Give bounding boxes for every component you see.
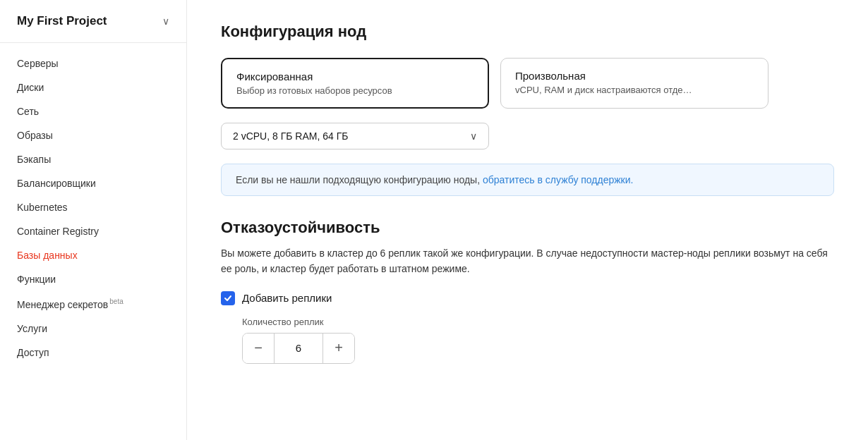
config-card-custom[interactable]: Произвольная vCPU, RAM и диск настраиваю… (500, 58, 768, 109)
sidebar-item-network[interactable]: Сеть (0, 99, 186, 123)
info-box: Если вы не нашли подходящую конфигурацию… (221, 164, 834, 196)
sidebar-item-balancers[interactable]: Балансировщики (0, 171, 186, 195)
replica-count-label: Количество реплик (242, 317, 834, 327)
sidebar-item-kubernetes[interactable]: Kubernetes (0, 195, 186, 219)
config-card-fixed-title: Фиксированная (236, 71, 474, 82)
sidebar-item-disks[interactable]: Диски (0, 75, 186, 99)
sidebar-item-access[interactable]: Доступ (0, 341, 186, 365)
add-replicas-row[interactable]: Добавить реплики (221, 291, 834, 305)
fault-description: Вы можете добавить в кластер до 6 реплик… (221, 245, 834, 277)
sidebar-item-label-balancers: Балансировщики (17, 178, 96, 189)
sidebar-item-servers[interactable]: Серверы (0, 51, 186, 75)
replica-stepper: − 6 + (242, 333, 355, 364)
sidebar-item-databases[interactable]: Базы данных (0, 243, 186, 267)
config-dropdown[interactable]: 2 vCPU, 8 ГБ RAM, 64 ГБ ∨ (221, 123, 489, 149)
project-name: My First Project (17, 14, 107, 28)
stepper-value: 6 (274, 334, 323, 363)
sidebar-item-secrets[interactable]: Менеджер секретовbeta (0, 291, 186, 317)
project-header[interactable]: My First Project ∨ (0, 0, 186, 43)
sidebar-item-label-network: Сеть (17, 106, 39, 117)
sidebar-item-container-registry[interactable]: Container Registry (0, 219, 186, 243)
sidebar-item-backups[interactable]: Бэкапы (0, 147, 186, 171)
add-replicas-checkbox[interactable] (221, 291, 235, 305)
sidebar-item-functions[interactable]: Функции (0, 267, 186, 291)
config-section-title: Конфигурация нод (221, 23, 834, 41)
config-dropdown-value: 2 vCPU, 8 ГБ RAM, 64 ГБ (233, 130, 348, 142)
checkmark-icon (224, 294, 232, 302)
sidebar-item-label-databases: Базы данных (17, 250, 78, 261)
sidebar-item-label-access: Доступ (17, 347, 49, 358)
dropdown-chevron-icon: ∨ (470, 130, 477, 142)
fault-section-title: Отказоустойчивость (221, 219, 834, 237)
info-text: Если вы не нашли подходящую конфигурацию… (236, 174, 483, 185)
stepper-plus-button[interactable]: + (323, 334, 354, 363)
config-card-fixed[interactable]: Фиксированная Выбор из готовых наборов р… (221, 58, 489, 109)
add-replicas-label: Добавить реплики (242, 292, 332, 304)
beta-badge-secrets: beta (109, 298, 123, 305)
sidebar: My First Project ∨ СерверыДискиСетьОбраз… (0, 0, 187, 440)
sidebar-nav: СерверыДискиСетьОбразыБэкапыБалансировщи… (0, 43, 186, 440)
config-card-custom-title: Произвольная (515, 70, 754, 82)
sidebar-item-label-container-registry: Container Registry (17, 226, 99, 237)
config-cards: Фиксированная Выбор из готовых наборов р… (221, 58, 834, 109)
sidebar-item-label-servers: Серверы (17, 58, 59, 69)
config-card-fixed-desc: Выбор из готовых наборов ресурсов (236, 85, 474, 96)
sidebar-item-label-disks: Диски (17, 82, 44, 93)
sidebar-item-label-secrets: Менеджер секретов (17, 299, 108, 310)
config-card-custom-desc: vCPU, RAM и диск настраиваются отде… (515, 85, 754, 95)
sidebar-item-label-images: Образы (17, 130, 53, 141)
sidebar-item-label-kubernetes: Kubernetes (17, 202, 68, 213)
sidebar-item-label-services: Услуги (17, 323, 47, 334)
sidebar-item-label-backups: Бэкапы (17, 154, 51, 165)
stepper-minus-button[interactable]: − (243, 334, 274, 363)
project-chevron-icon: ∨ (162, 16, 169, 27)
sidebar-item-services[interactable]: Услуги (0, 317, 186, 341)
main-content: Конфигурация нод Фиксированная Выбор из … (187, 0, 868, 440)
info-link[interactable]: обратитесь в службу поддержки. (483, 174, 633, 185)
sidebar-item-images[interactable]: Образы (0, 123, 186, 147)
sidebar-item-label-functions: Функции (17, 274, 56, 285)
